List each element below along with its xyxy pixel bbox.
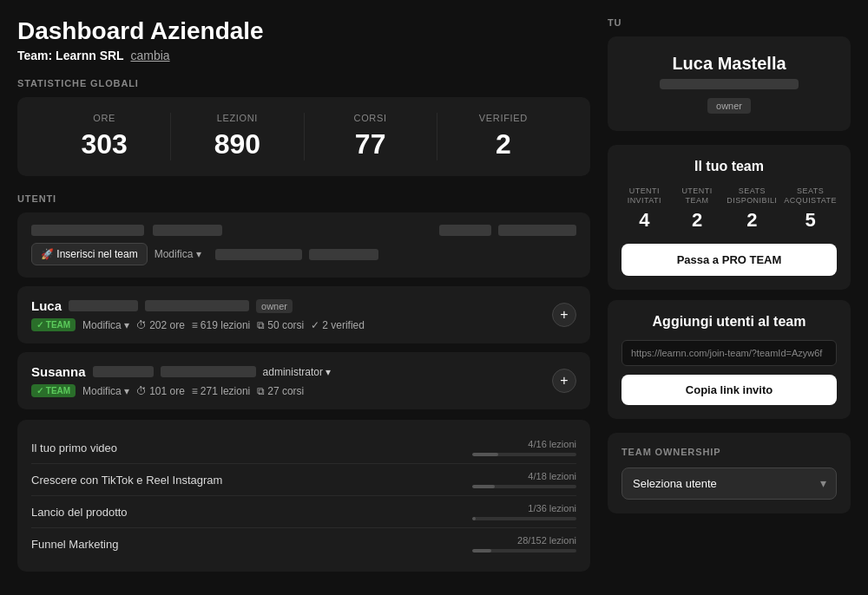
luca-name: Luca xyxy=(31,298,62,313)
blurred-extra-2 xyxy=(498,225,576,236)
user-card-susanna: Susanna administrator ▾ ✓ TEAM Modifica … xyxy=(17,352,590,409)
course-progress-label: 4/18 lezioni xyxy=(528,471,576,481)
course-progress-area: 1/36 lezioni xyxy=(472,503,576,520)
progress-bar-fill xyxy=(472,549,491,552)
pro-team-button[interactable]: Passa a PRO TEAM xyxy=(621,244,837,276)
verified-label: VERIFIED xyxy=(437,113,569,123)
luca-blurred-2 xyxy=(145,300,249,311)
luca-info-row: ✓ TEAM Modifica ▾ ⏱ 202 ore ≡ 619 lezion… xyxy=(31,318,552,331)
luca-modify-btn[interactable]: Modifica ▾ xyxy=(82,319,129,331)
progress-bar-bg xyxy=(472,517,576,520)
luca-verified: ✓ 2 verified xyxy=(311,319,365,331)
course-progress-label: 28/152 lezioni xyxy=(517,535,576,546)
progress-bar-bg xyxy=(472,453,576,456)
profile-email-blurred xyxy=(660,79,799,89)
select-utente[interactable]: Seleziona utente xyxy=(621,468,837,500)
susanna-modify-btn[interactable]: Modifica ▾ xyxy=(82,385,129,397)
utenti-invitati-value: 4 xyxy=(621,209,667,232)
luca-owner-badge: owner xyxy=(256,299,293,313)
susanna-info: Susanna administrator ▾ ✓ TEAM Modifica … xyxy=(31,364,552,397)
progress-bar-fill xyxy=(472,453,498,456)
susanna-team-badge: ✓ TEAM xyxy=(31,384,76,397)
luca-blurred-1 xyxy=(69,300,138,311)
ore-label: ORE xyxy=(38,113,170,123)
user-card-1-left xyxy=(31,225,222,236)
susanna-row: Susanna administrator ▾ ✓ TEAM Modifica … xyxy=(31,364,576,397)
progress-bar-fill xyxy=(472,517,476,520)
stat-verified: VERIFIED 2 xyxy=(437,113,569,160)
global-stats-label: STATISTICHE GLOBALI xyxy=(17,78,590,88)
course-progress-area: 4/18 lezioni xyxy=(472,471,576,488)
modify-button-1[interactable]: Modifica ▾ xyxy=(155,248,201,260)
list-icon-luca: ≡ xyxy=(192,319,198,331)
page-title: Dashboard Aziendale xyxy=(17,17,590,45)
seats-acquistate-value: 5 xyxy=(784,209,837,232)
susanna-name-row: Susanna administrator ▾ xyxy=(31,364,552,379)
luca-plus-button[interactable]: + xyxy=(552,303,576,327)
blurred-info-1 xyxy=(215,249,302,260)
clock-icon-luca: ⏱ xyxy=(136,319,147,331)
right-column: TU Luca Mastella owner Il tuo team UTENT… xyxy=(608,17,851,572)
course-item: Lancio del prodotto 1/36 lezioni xyxy=(31,496,576,528)
stat-seats-acquistate: SEATSACQUISTATE 5 xyxy=(784,186,837,232)
corsi-label: CORSI xyxy=(305,113,437,123)
lezioni-label: LEZIONI xyxy=(171,113,303,123)
team-name: Learnn SRL xyxy=(56,49,124,62)
progress-bar-bg xyxy=(472,485,576,488)
seats-disponibili-label: SEATSDISPONIBILI xyxy=(727,186,777,206)
user-card-1-actions xyxy=(439,225,576,236)
susanna-corsi: ⧉ 27 corsi xyxy=(257,385,304,397)
stat-utenti-team: UTENTITEAM 2 xyxy=(674,186,720,232)
susanna-ore: ⏱ 101 ore xyxy=(136,385,185,397)
team-stats-title: Il tuo team xyxy=(621,159,837,174)
profile-owner-badge: owner xyxy=(707,98,751,114)
user-card-1-bottom: 🚀 Inserisci nel team Modifica ▾ xyxy=(31,243,576,265)
clock-icon-susanna: ⏱ xyxy=(136,385,147,397)
profile-card: Luca Mastella owner xyxy=(608,36,851,131)
insert-team-button[interactable]: 🚀 Inserisci nel team xyxy=(31,243,148,265)
team-ownership-card: TEAM OWNERSHIP Seleziona utente ▾ xyxy=(608,433,851,513)
profile-name: Luca Mastella xyxy=(621,54,837,74)
course-progress-label: 4/16 lezioni xyxy=(528,439,576,449)
luca-team-badge: ✓ TEAM xyxy=(31,318,76,331)
susanna-name: Susanna xyxy=(31,364,86,379)
luca-info: Luca owner ✓ TEAM Modifica ▾ ⏱ 202 ore xyxy=(31,298,552,331)
user-card-1-top xyxy=(31,225,576,236)
blurred-email-1 xyxy=(153,225,222,236)
susanna-blurred-1 xyxy=(93,366,154,377)
list-icon-susanna: ≡ xyxy=(192,385,198,397)
course-item: Crescere con TikTok e Reel Instagram 4/1… xyxy=(31,464,576,496)
select-utente-wrapper[interactable]: Seleziona utente ▾ xyxy=(621,468,837,500)
course-name: Lancio del prodotto xyxy=(31,506,128,519)
change-link[interactable]: cambia xyxy=(130,49,169,62)
luca-name-row: Luca owner xyxy=(31,298,552,313)
course-list: Il tuo primo video 4/16 lezioni Crescere… xyxy=(17,420,590,572)
luca-ore: ⏱ 202 ore xyxy=(136,319,185,331)
team-stats-grid: UTENTIINVITATI 4 UTENTITEAM 2 SEATSDISPO… xyxy=(621,186,837,232)
susanna-info-row: ✓ TEAM Modifica ▾ ⏱ 101 ore ≡ 271 lezion… xyxy=(31,384,552,397)
users-section: 🚀 Inserisci nel team Modifica ▾ Luca own… xyxy=(17,212,590,409)
add-team-card: Aggiungi utenti al team https://learnn.c… xyxy=(608,300,851,419)
susanna-plus-button[interactable]: + xyxy=(552,369,576,393)
lezioni-value: 890 xyxy=(171,128,303,160)
susanna-admin-badge: administrator ▾ xyxy=(263,366,332,378)
course-item: Il tuo primo video 4/16 lezioni xyxy=(31,432,576,464)
verified-value: 2 xyxy=(437,128,569,160)
susanna-blurred-2 xyxy=(161,366,256,377)
course-name: Il tuo primo video xyxy=(31,441,117,454)
stats-card: ORE 303 LEZIONI 890 CORSI 77 VERIFIED 2 xyxy=(17,97,590,176)
progress-bar-bg xyxy=(472,549,576,552)
copy-link-button[interactable]: Copia link invito xyxy=(621,375,837,405)
copy-icon-luca: ⧉ xyxy=(257,319,265,331)
stat-lezioni: LEZIONI 890 xyxy=(171,113,304,160)
stat-utenti-invitati: UTENTIINVITATI 4 xyxy=(621,186,667,232)
subtitle-prefix: Team: xyxy=(17,49,56,62)
users-label: UTENTI xyxy=(17,193,590,204)
add-team-title: Aggiungi utenti al team xyxy=(621,314,837,330)
susanna-lezioni: ≡ 271 lezioni xyxy=(192,385,250,397)
team-ownership-title: TEAM OWNERSHIP xyxy=(621,447,837,457)
utenti-team-value: 2 xyxy=(674,209,720,232)
utenti-team-label: UTENTITEAM xyxy=(674,186,720,206)
corsi-value: 77 xyxy=(305,128,437,160)
invite-url-box: https://learnn.com/join-team/?teamId=Azy… xyxy=(621,340,837,366)
